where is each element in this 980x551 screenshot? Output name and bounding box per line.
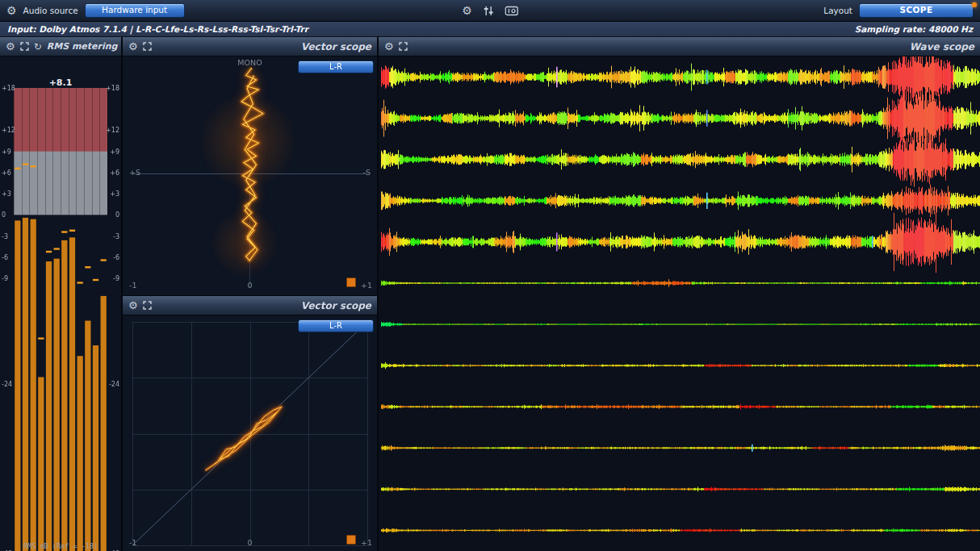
scale-minus-one: -1 <box>129 281 136 290</box>
rms-scale-label: -9 <box>113 275 119 282</box>
rms-scale-label: +12 <box>2 127 15 134</box>
app-root: ⚙ Audio source Hardware input ⚙ <box>0 0 980 551</box>
polar-mode-button[interactable]: L-R <box>298 61 374 73</box>
vector-scope-polar-canvas <box>123 56 377 295</box>
rms-scale-label: +12 <box>106 127 119 134</box>
rms-scale-label: +3 <box>110 190 119 198</box>
vector-xy-settings-icon[interactable]: ⚙ <box>128 300 138 311</box>
rms-scale-label: -24 <box>2 381 12 388</box>
vector-scope-xy-canvas <box>123 315 377 551</box>
scale-zero: 0 <box>247 538 252 547</box>
layout-button[interactable]: Layout <box>823 6 852 15</box>
vector-xy-title: Vector scope <box>301 300 371 311</box>
rms-settings-icon[interactable]: ⚙ <box>6 41 15 52</box>
rms-scale-label: 0 <box>115 211 119 219</box>
center-tool-icons: ⚙ <box>462 5 518 16</box>
wave-scope-panel: ⚙ Wave scope <box>379 37 980 551</box>
rms-scale-label: +6 <box>2 169 11 177</box>
audio-source-label: Audio source <box>23 6 78 15</box>
vector-polar-content: L-R MONO +S -S -1 0 +1 <box>123 56 377 295</box>
vector-polar-title: Vector scope <box>301 41 371 52</box>
plus-s-label: +S <box>129 168 140 177</box>
rms-scale-label: +9 <box>2 148 11 156</box>
wave-scope-header: ⚙ Wave scope <box>379 37 980 56</box>
rms-scale-label: +9 <box>110 148 119 156</box>
rms-meter-area: +8.1 +18+18+12+12+9+9+6+6+3+300-3-3-6-6-… <box>0 56 121 551</box>
vector-scope-polar-panel: ⚙ Vector scope L-R MONO +S -S -1 0 +1 <box>123 37 377 295</box>
scale-minus-one: -1 <box>129 538 136 547</box>
sliders-icon[interactable] <box>482 6 495 16</box>
input-config-text: Input: Dolby Atmos 7.1.4 | L-R-C-Lfe-Ls-… <box>7 24 308 34</box>
rms-max-value: +8.1 <box>15 77 107 88</box>
top-toolbar: ⚙ Audio source Hardware input ⚙ <box>0 0 980 22</box>
layout-group: Layout SCOPE <box>823 3 974 18</box>
rms-scale-label: +18 <box>106 85 119 92</box>
rms-footer-label: RMS dB (Ref = -18) <box>0 542 121 550</box>
wave-scope-title: Wave scope <box>910 41 974 52</box>
fullscreen-icon[interactable] <box>399 42 408 51</box>
sampling-rate-text: Sampling rate: 48000 Hz <box>855 24 973 34</box>
clip-indicator[interactable] <box>346 278 356 287</box>
rms-scale-label: -9 <box>2 275 8 282</box>
vector-xy-header: ⚙ Vector scope <box>123 296 377 315</box>
wave-scope-canvas <box>379 56 980 551</box>
scale-plus-one: +1 <box>361 538 372 547</box>
fullscreen-icon[interactable] <box>143 301 152 310</box>
scale-plus-one: +1 <box>361 281 372 290</box>
fullscreen-icon[interactable] <box>143 42 152 51</box>
scale-zero: 0 <box>247 281 252 290</box>
mono-axis-label: MONO <box>237 58 262 67</box>
fullscreen-icon[interactable] <box>20 42 29 51</box>
vector-polar-settings-icon[interactable]: ⚙ <box>128 41 138 52</box>
audio-source-settings-icon[interactable]: ⚙ <box>6 5 17 16</box>
rms-scale-label: 0 <box>2 211 6 219</box>
rms-scale-label: -24 <box>109 381 119 388</box>
rms-scale-label: +6 <box>110 169 119 177</box>
wave-settings-icon[interactable]: ⚙ <box>384 41 394 52</box>
scope-button[interactable]: SCOPE <box>859 3 974 18</box>
rms-scale-label: -6 <box>2 254 8 261</box>
rms-panel-header: ⚙ ↻ RMS metering <box>0 37 121 56</box>
rms-meter-canvas <box>0 88 121 551</box>
status-dot <box>972 2 977 7</box>
audio-source-group: ⚙ Audio source Hardware input <box>6 3 185 18</box>
xy-mode-button[interactable]: L-R <box>298 319 374 332</box>
io-monitor-icon[interactable] <box>505 6 518 16</box>
rms-scale-label: -3 <box>113 233 119 240</box>
rms-metering-panel: ⚙ ↻ RMS metering +8.1 +18+18+12+12+9+9+6… <box>0 37 121 551</box>
vector-polar-header: ⚙ Vector scope <box>123 37 377 56</box>
rms-scale-label: -3 <box>2 233 8 240</box>
rms-panel-title: RMS metering <box>47 41 118 52</box>
hardware-input-button[interactable]: Hardware input <box>85 3 185 18</box>
reset-icon[interactable]: ↻ <box>34 41 42 52</box>
rms-scale-label: +18 <box>2 85 15 92</box>
rms-scale-label: -6 <box>113 254 119 261</box>
wave-scope-content <box>379 56 980 551</box>
rms-scale-label: +3 <box>2 190 11 198</box>
settings-icon[interactable]: ⚙ <box>462 5 472 16</box>
vector-scope-xy-panel: ⚙ Vector scope L-R -1 0 +1 <box>123 296 377 551</box>
minus-s-label: -S <box>363 168 371 177</box>
vector-xy-content: L-R -1 0 +1 <box>123 315 377 551</box>
clip-indicator[interactable] <box>346 535 356 545</box>
info-bar: Input: Dolby Atmos 7.1.4 | L-R-C-Lfe-Ls-… <box>0 22 980 37</box>
